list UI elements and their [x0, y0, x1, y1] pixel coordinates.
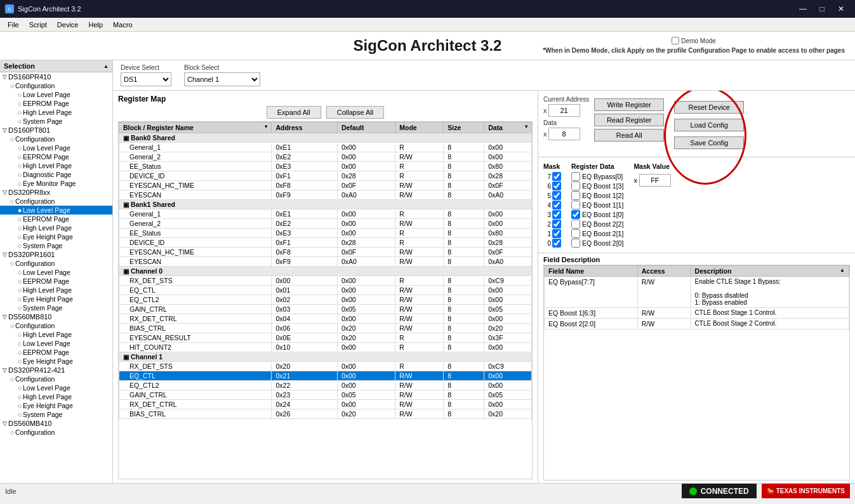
sidebar-item-config-7[interactable]: ◇ Configuration	[0, 428, 112, 437]
menu-help[interactable]: Help	[83, 20, 108, 30]
read-register-button[interactable]: Read Register	[594, 114, 664, 126]
table-row[interactable]: DEVICE_ID 0xF1 0x28 R 8 0x28	[119, 171, 532, 181]
mask-check-7[interactable]	[552, 172, 561, 181]
mask-check-5[interactable]	[552, 191, 561, 200]
reg-data-check-eq-boost2-2[interactable]	[571, 220, 580, 229]
sidebar-item-eeprom-5[interactable]: ◇ EEPROM Page	[0, 348, 112, 357]
sidebar-item-eye-2[interactable]: ◇ Eye Monitor Page	[0, 179, 112, 188]
sidebar-item-eeprom-3[interactable]: ◇ EEPROM Page	[0, 215, 112, 223]
table-row[interactable]: EQ_CTL 0x21 0x00 R/W 8 0x00	[119, 371, 532, 381]
field-desc-table-wrapper[interactable]: Field Name Access Description▲ EQ Bypass…	[543, 265, 850, 481]
sidebar-item-ds560mb410[interactable]: ▽ DS560MB410	[0, 419, 112, 428]
data-field-input[interactable]	[548, 128, 580, 140]
sidebar-item-llp-2[interactable]: ◇ Low Level Page	[0, 143, 112, 152]
menu-device[interactable]: Device	[52, 20, 84, 30]
menu-script[interactable]: Script	[24, 20, 52, 30]
demo-mode-checkbox[interactable]	[672, 37, 679, 44]
sidebar-item-ds560mb810[interactable]: ▽ DS560MB810	[0, 312, 112, 321]
table-row[interactable]: RX_DET_STS 0x00 0x00 R 8 0xC9	[119, 276, 532, 286]
sidebar-item-config-4[interactable]: ◇ Configuration	[0, 259, 112, 268]
sidebar-item-ds160pt801[interactable]: ▽ DS160PT801	[0, 126, 112, 135]
sidebar-item-eyeh-6[interactable]: ◇ Eye Height Page	[0, 401, 112, 410]
mask-value-input[interactable]	[639, 174, 671, 187]
table-row[interactable]: ▣ Bank1 Shared	[119, 200, 532, 209]
sidebar-item-llp-6[interactable]: ◇ Low Level Page	[0, 383, 112, 392]
sidebar-item-eyeh-4[interactable]: ◇ Eye Height Page	[0, 295, 112, 303]
expand-all-button[interactable]: Expand All	[267, 106, 321, 119]
reg-data-check-eq-boost1-3[interactable]	[571, 182, 580, 190]
table-row[interactable]: DEVICE_ID 0xF1 0x28 R 8 0x28	[119, 238, 532, 248]
sidebar-item-eyeh-5[interactable]: ◇ Eye Height Page	[0, 357, 112, 366]
sidebar-item-config-2[interactable]: ◇ Configuration	[0, 135, 112, 143]
sidebar-item-sysp-4[interactable]: ◇ System Page	[0, 303, 112, 312]
table-row[interactable]: EYESCAN_HC_TIME 0xF8 0x0F R/W 8 0x0F	[119, 181, 532, 190]
mask-check-1[interactable]	[552, 229, 561, 238]
table-row[interactable]: ▣ Bank0 Shared	[119, 133, 532, 143]
table-row[interactable]: BIAS_CTRL 0x06 0x20 R/W 8 0x20	[119, 324, 532, 333]
reg-data-check-eq-boost1-1[interactable]	[571, 201, 580, 209]
current-address-input[interactable]	[548, 104, 580, 117]
sidebar-item-eeprom-2[interactable]: ◇ EEPROM Page	[0, 152, 112, 161]
mask-check-2[interactable]	[552, 220, 561, 229]
table-row[interactable]: EYESCAN 0xF9 0xA0 R/W 8 0xA0	[119, 257, 532, 267]
sidebar-item-llp-1[interactable]: ◇ Low Level Page	[0, 90, 112, 99]
sidebar-item-config-3[interactable]: ◇ Configuration	[0, 197, 112, 206]
table-row[interactable]: EQ_CTL2 0x22 0x00 R/W 8 0x00	[119, 381, 532, 390]
table-row[interactable]: EQ_CTL 0x01 0x00 R/W 8 0x00	[119, 286, 532, 295]
sidebar-item-config-1[interactable]: ◇ Configuration	[0, 81, 112, 90]
sidebar-item-ds160pr410[interactable]: ▽ DS160PR410	[0, 72, 112, 81]
sidebar-item-eeprom-1[interactable]: ◇ EEPROM Page	[0, 99, 112, 108]
read-all-button[interactable]: Read All	[594, 129, 664, 142]
block-select[interactable]: Channel 0 Channel 1 Channel 2	[184, 72, 260, 86]
sidebar-item-llp-4[interactable]: ◇ Low Level Page	[0, 268, 112, 277]
table-row[interactable]: EYESCAN 0xF9 0xA0 R/W 8 0xA0	[119, 190, 532, 200]
collapse-all-button[interactable]: Collapse All	[326, 106, 384, 119]
table-row[interactable]: EQ_CTL2 0x02 0x00 R/W 8 0x00	[119, 295, 532, 305]
load-config-button[interactable]: Load Config	[674, 119, 744, 131]
table-row[interactable]: EYESCAN_RESULT 0x0E 0x20 R 8 0x3F	[119, 333, 532, 343]
save-config-button[interactable]: Save Config	[674, 136, 744, 149]
sidebar-scroll-up[interactable]: ▲	[103, 63, 109, 69]
maximize-button[interactable]: □	[813, 0, 831, 18]
sidebar-item-eeprom-4[interactable]: ◇ EEPROM Page	[0, 277, 112, 286]
table-row[interactable]: HIT_COUNT2 0x10 0x00 R 8 0x00	[119, 343, 532, 352]
table-row[interactable]: RX_DET_CTRL 0x04 0x00 R/W 8 0x00	[119, 314, 532, 324]
table-row[interactable]: GAIN_CTRL 0x03 0x05 R/W 8 0x05	[119, 305, 532, 314]
register-table-wrapper[interactable]: Block / Register Name▾ Address Default M…	[118, 121, 533, 479]
table-row[interactable]: EYESCAN_HC_TIME 0xF8 0x0F R/W 8 0x0F	[119, 248, 532, 257]
sidebar-item-sysp-3[interactable]: ◇ System Page	[0, 241, 112, 250]
table-row[interactable]: General_2 0xE2 0x00 R/W 8 0x00	[119, 152, 532, 162]
table-row[interactable]: GAIN_CTRL 0x23 0x05 R/W 8 0x05	[119, 390, 532, 400]
mask-check-3[interactable]	[552, 210, 561, 219]
sidebar-item-ds320pr412421[interactable]: ▽ DS320PR412-421	[0, 366, 112, 375]
table-row[interactable]: General_2 0xE2 0x00 R/W 8 0x00	[119, 219, 532, 229]
table-row[interactable]: RX_DET_CTRL 0x24 0x00 R/W 8 0x00	[119, 400, 532, 409]
table-row[interactable]: ▣ Channel 1	[119, 352, 532, 362]
menu-macro[interactable]: Macro	[108, 20, 138, 30]
reg-data-check-eq-boost2-1[interactable]	[571, 229, 580, 238]
reg-data-check-eq-boost1-2[interactable]	[571, 191, 580, 200]
device-select[interactable]: DS1 DS2 DS3	[121, 72, 171, 86]
table-row[interactable]: General_1 0xE1 0x00 R 8 0x00	[119, 143, 532, 152]
sidebar-item-config-6[interactable]: ◇ Configuration	[0, 375, 112, 383]
sidebar-item-hlp-5[interactable]: ◇ High Level Page	[0, 330, 112, 339]
sidebar-item-hlp-1[interactable]: ◇ High Level Page	[0, 108, 112, 117]
sidebar-item-sysp-1[interactable]: ◇ System Page	[0, 117, 112, 126]
sidebar-item-llp-3[interactable]: ◆ Low Level Page	[0, 206, 112, 215]
sidebar-item-hlp-2[interactable]: ◇ High Level Page	[0, 161, 112, 170]
reg-data-check-eq-boost2-0[interactable]	[571, 239, 580, 248]
mask-check-0[interactable]	[552, 239, 561, 248]
sidebar-item-llp-5[interactable]: ◇ Low Level Page	[0, 339, 112, 348]
reset-device-button[interactable]: Reset Device	[674, 101, 744, 114]
write-register-button[interactable]: Write Register	[594, 98, 664, 111]
table-row[interactable]: ▣ Channel 0	[119, 267, 532, 276]
sidebar-item-sysp-6[interactable]: ◇ System Page	[0, 410, 112, 419]
table-row[interactable]: EE_Status 0xE3 0x00 R 8 0x80	[119, 229, 532, 238]
close-button[interactable]: ✕	[832, 0, 850, 18]
minimize-button[interactable]: —	[794, 0, 812, 18]
sidebar-item-hlp-3[interactable]: ◇ High Level Page	[0, 223, 112, 232]
reg-data-check-eq-boost1-0[interactable]	[571, 210, 580, 219]
table-row[interactable]: BIAS_CTRL 0x26 0x20 R/W 8 0x20	[119, 409, 532, 419]
mask-check-4[interactable]	[552, 201, 561, 209]
mask-check-6[interactable]	[552, 182, 561, 190]
